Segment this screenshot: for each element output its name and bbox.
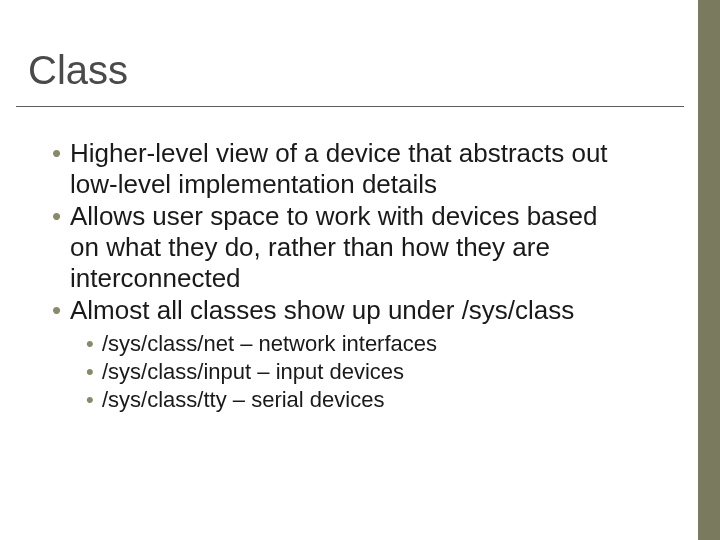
bullet-icon: • [52,201,61,232]
bullet-level1: • Higher-level view of a device that abs… [52,138,622,199]
bullet-icon: • [86,358,94,386]
bullet-text: /sys/class/net – network interfaces [102,331,437,356]
bullet-level1: • Allows user space to work with devices… [52,201,622,293]
bullet-text: Almost all classes show up under /sys/cl… [70,295,574,325]
bullet-icon: • [52,295,61,326]
bullet-text: Higher-level view of a device that abstr… [70,138,608,199]
bullet-icon: • [52,138,61,169]
title-underline [16,106,684,107]
side-accent-band [698,0,720,540]
sub-bullet-group: • /sys/class/net – network interfaces • … [52,330,622,414]
slide-body: • Higher-level view of a device that abs… [52,138,622,415]
bullet-level2: • /sys/class/net – network interfaces [86,330,622,358]
slide-title: Class [28,48,128,93]
bullet-icon: • [86,330,94,358]
bullet-level2: • /sys/class/tty – serial devices [86,386,622,414]
bullet-icon: • [86,386,94,414]
bullet-text: /sys/class/tty – serial devices [102,387,384,412]
bullet-text: /sys/class/input – input devices [102,359,404,384]
bullet-level2: • /sys/class/input – input devices [86,358,622,386]
bullet-level1: • Almost all classes show up under /sys/… [52,295,622,326]
bullet-text: Allows user space to work with devices b… [70,201,597,292]
